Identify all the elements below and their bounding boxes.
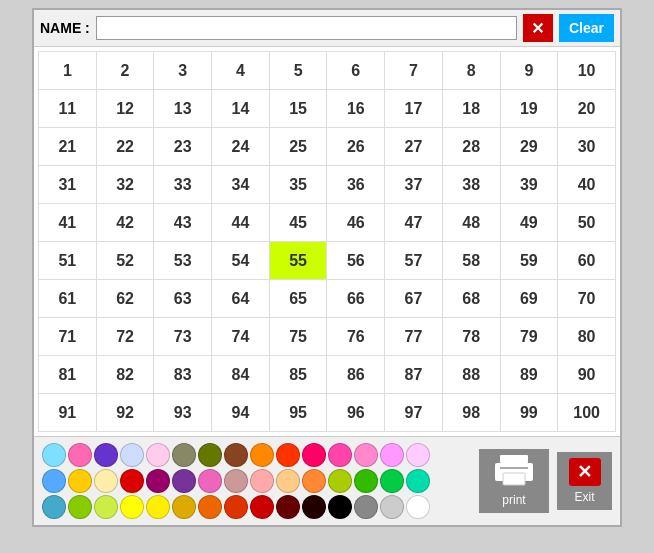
grid-cell-21[interactable]: 21 [39,128,97,166]
grid-cell-51[interactable]: 51 [39,242,97,280]
grid-cell-28[interactable]: 28 [442,128,500,166]
name-input[interactable] [96,16,517,40]
grid-cell-94[interactable]: 94 [212,394,270,432]
grid-cell-56[interactable]: 56 [327,242,385,280]
grid-cell-19[interactable]: 19 [500,90,558,128]
color-dot-12[interactable] [354,443,378,467]
grid-cell-90[interactable]: 90 [558,356,616,394]
color-dot-13[interactable] [380,443,404,467]
color-dot-16[interactable] [68,469,92,493]
grid-cell-76[interactable]: 76 [327,318,385,356]
color-dot-0[interactable] [42,443,66,467]
grid-cell-15[interactable]: 15 [269,90,327,128]
color-dot-25[interactable] [302,469,326,493]
grid-cell-2[interactable]: 2 [96,52,154,90]
grid-cell-16[interactable]: 16 [327,90,385,128]
grid-cell-91[interactable]: 91 [39,394,97,432]
color-dot-9[interactable] [276,443,300,467]
grid-cell-17[interactable]: 17 [385,90,443,128]
color-dot-3[interactable] [120,443,144,467]
grid-cell-66[interactable]: 66 [327,280,385,318]
grid-cell-89[interactable]: 89 [500,356,558,394]
grid-cell-92[interactable]: 92 [96,394,154,432]
grid-cell-47[interactable]: 47 [385,204,443,242]
grid-cell-31[interactable]: 31 [39,166,97,204]
grid-cell-74[interactable]: 74 [212,318,270,356]
grid-cell-84[interactable]: 84 [212,356,270,394]
grid-cell-23[interactable]: 23 [154,128,212,166]
grid-cell-13[interactable]: 13 [154,90,212,128]
grid-cell-22[interactable]: 22 [96,128,154,166]
grid-cell-52[interactable]: 52 [96,242,154,280]
grid-cell-9[interactable]: 9 [500,52,558,90]
grid-cell-61[interactable]: 61 [39,280,97,318]
grid-cell-54[interactable]: 54 [212,242,270,280]
grid-cell-100[interactable]: 100 [558,394,616,432]
color-dot-41[interactable] [328,495,352,519]
color-dot-32[interactable] [94,495,118,519]
grid-cell-29[interactable]: 29 [500,128,558,166]
color-dot-15[interactable] [42,469,66,493]
grid-cell-96[interactable]: 96 [327,394,385,432]
color-dot-31[interactable] [68,495,92,519]
grid-cell-62[interactable]: 62 [96,280,154,318]
grid-cell-8[interactable]: 8 [442,52,500,90]
color-dot-42[interactable] [354,495,378,519]
color-dot-27[interactable] [354,469,378,493]
grid-cell-20[interactable]: 20 [558,90,616,128]
color-dot-18[interactable] [120,469,144,493]
grid-cell-98[interactable]: 98 [442,394,500,432]
grid-cell-79[interactable]: 79 [500,318,558,356]
grid-cell-3[interactable]: 3 [154,52,212,90]
grid-cell-72[interactable]: 72 [96,318,154,356]
color-dot-4[interactable] [146,443,170,467]
grid-cell-67[interactable]: 67 [385,280,443,318]
grid-cell-27[interactable]: 27 [385,128,443,166]
color-dot-21[interactable] [198,469,222,493]
grid-cell-50[interactable]: 50 [558,204,616,242]
grid-cell-85[interactable]: 85 [269,356,327,394]
print-button[interactable]: print [479,449,549,513]
color-dot-19[interactable] [146,469,170,493]
color-dot-36[interactable] [198,495,222,519]
grid-cell-93[interactable]: 93 [154,394,212,432]
grid-cell-38[interactable]: 38 [442,166,500,204]
grid-cell-41[interactable]: 41 [39,204,97,242]
grid-cell-25[interactable]: 25 [269,128,327,166]
grid-cell-55[interactable]: 55 [269,242,327,280]
grid-cell-42[interactable]: 42 [96,204,154,242]
color-dot-1[interactable] [68,443,92,467]
color-dot-11[interactable] [328,443,352,467]
grid-cell-65[interactable]: 65 [269,280,327,318]
grid-cell-32[interactable]: 32 [96,166,154,204]
grid-cell-10[interactable]: 10 [558,52,616,90]
color-dot-6[interactable] [198,443,222,467]
color-dot-40[interactable] [302,495,326,519]
grid-cell-68[interactable]: 68 [442,280,500,318]
grid-cell-11[interactable]: 11 [39,90,97,128]
grid-cell-81[interactable]: 81 [39,356,97,394]
grid-cell-48[interactable]: 48 [442,204,500,242]
color-dot-28[interactable] [380,469,404,493]
grid-cell-63[interactable]: 63 [154,280,212,318]
grid-cell-35[interactable]: 35 [269,166,327,204]
grid-cell-88[interactable]: 88 [442,356,500,394]
grid-cell-26[interactable]: 26 [327,128,385,166]
grid-cell-57[interactable]: 57 [385,242,443,280]
color-dot-44[interactable] [406,495,430,519]
grid-cell-4[interactable]: 4 [212,52,270,90]
color-dot-2[interactable] [94,443,118,467]
color-dot-5[interactable] [172,443,196,467]
color-dot-10[interactable] [302,443,326,467]
grid-cell-71[interactable]: 71 [39,318,97,356]
grid-cell-64[interactable]: 64 [212,280,270,318]
grid-cell-70[interactable]: 70 [558,280,616,318]
color-dot-35[interactable] [172,495,196,519]
grid-cell-60[interactable]: 60 [558,242,616,280]
grid-cell-37[interactable]: 37 [385,166,443,204]
grid-cell-87[interactable]: 87 [385,356,443,394]
close-button[interactable]: ✕ [523,14,553,42]
grid-cell-1[interactable]: 1 [39,52,97,90]
grid-cell-39[interactable]: 39 [500,166,558,204]
grid-cell-6[interactable]: 6 [327,52,385,90]
